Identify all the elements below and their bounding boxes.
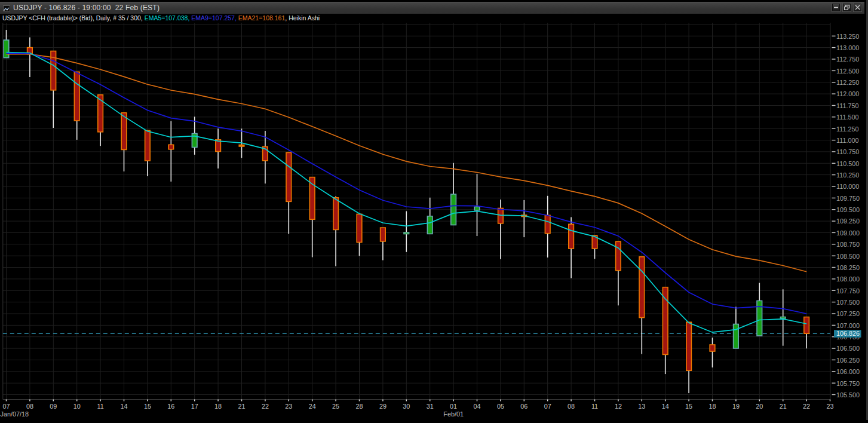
svg-text:23: 23	[285, 403, 292, 410]
svg-text:07: 07	[544, 403, 551, 410]
svg-text:107.500: 107.500	[836, 299, 860, 306]
svg-text:18: 18	[708, 403, 716, 410]
svg-text:11: 11	[591, 403, 598, 410]
svg-text:109.500: 109.500	[836, 206, 860, 213]
svg-text:04: 04	[473, 403, 480, 410]
svg-text:10: 10	[73, 403, 81, 410]
svg-text:15: 15	[144, 403, 151, 410]
svg-text:07: 07	[2, 403, 10, 410]
svg-text:22: 22	[803, 403, 810, 410]
svg-text:108.000: 108.000	[836, 275, 860, 283]
svg-text:21: 21	[780, 403, 787, 410]
svg-text:14: 14	[120, 403, 127, 410]
svg-text:112.500: 112.500	[836, 68, 859, 75]
svg-text:112.750: 112.750	[836, 56, 859, 63]
svg-text:112.000: 112.000	[836, 90, 859, 97]
svg-text:109.000: 109.000	[836, 229, 860, 237]
svg-text:15: 15	[685, 403, 692, 410]
svg-text:106.000: 106.000	[836, 368, 860, 375]
svg-text:01: 01	[450, 403, 457, 410]
svg-text:Jan/07/18: Jan/07/18	[1, 410, 29, 418]
svg-text:111.500: 111.500	[836, 114, 858, 121]
svg-text:29: 29	[379, 403, 387, 410]
svg-text:19: 19	[732, 403, 740, 410]
svg-text:106.826: 106.826	[836, 330, 860, 337]
svg-text:106.250: 106.250	[836, 357, 860, 364]
svg-text:23: 23	[826, 403, 833, 410]
svg-text:105.750: 105.750	[836, 380, 860, 387]
svg-text:111.250: 111.250	[836, 125, 858, 133]
svg-text:12: 12	[615, 403, 622, 410]
svg-text:111.000: 111.000	[836, 137, 858, 144]
svg-text:Feb/01: Feb/01	[443, 410, 464, 418]
svg-text:109.250: 109.250	[836, 217, 860, 225]
svg-text:109.750: 109.750	[836, 195, 860, 202]
svg-text:17: 17	[191, 403, 198, 410]
svg-text:08: 08	[26, 403, 33, 410]
svg-text:112.250: 112.250	[836, 79, 859, 86]
svg-text:110.250: 110.250	[836, 171, 859, 179]
svg-text:107.750: 107.750	[836, 287, 860, 295]
svg-text:25: 25	[332, 403, 339, 410]
svg-text:21: 21	[238, 403, 245, 410]
svg-text:14: 14	[662, 403, 669, 410]
svg-text:24: 24	[309, 403, 316, 410]
svg-text:110.500: 110.500	[836, 160, 859, 167]
svg-text:108.250: 108.250	[836, 264, 860, 271]
svg-text:108.750: 108.750	[836, 241, 860, 248]
svg-text:20: 20	[756, 403, 763, 410]
svg-text:106.500: 106.500	[836, 345, 860, 352]
svg-text:108.500: 108.500	[836, 253, 860, 260]
svg-text:107.000: 107.000	[836, 322, 860, 329]
svg-text:111.750: 111.750	[836, 102, 858, 109]
svg-text:113.000: 113.000	[836, 44, 859, 51]
svg-text:113.250: 113.250	[836, 33, 859, 40]
svg-text:22: 22	[262, 403, 269, 410]
svg-text:107.250: 107.250	[836, 310, 860, 317]
svg-text:18: 18	[214, 403, 222, 410]
svg-text:06: 06	[520, 403, 527, 410]
svg-text:11: 11	[97, 403, 103, 410]
svg-text:09: 09	[50, 403, 57, 410]
svg-text:16: 16	[167, 403, 174, 410]
svg-text:110.000: 110.000	[836, 183, 859, 190]
svg-text:30: 30	[403, 403, 410, 410]
svg-text:31: 31	[427, 403, 434, 410]
svg-text:105.500: 105.500	[836, 391, 860, 399]
svg-text:05: 05	[497, 403, 504, 410]
svg-text:13: 13	[638, 403, 645, 410]
svg-text:110.750: 110.750	[836, 148, 859, 155]
svg-text:08: 08	[568, 403, 575, 410]
svg-text:28: 28	[355, 403, 363, 410]
